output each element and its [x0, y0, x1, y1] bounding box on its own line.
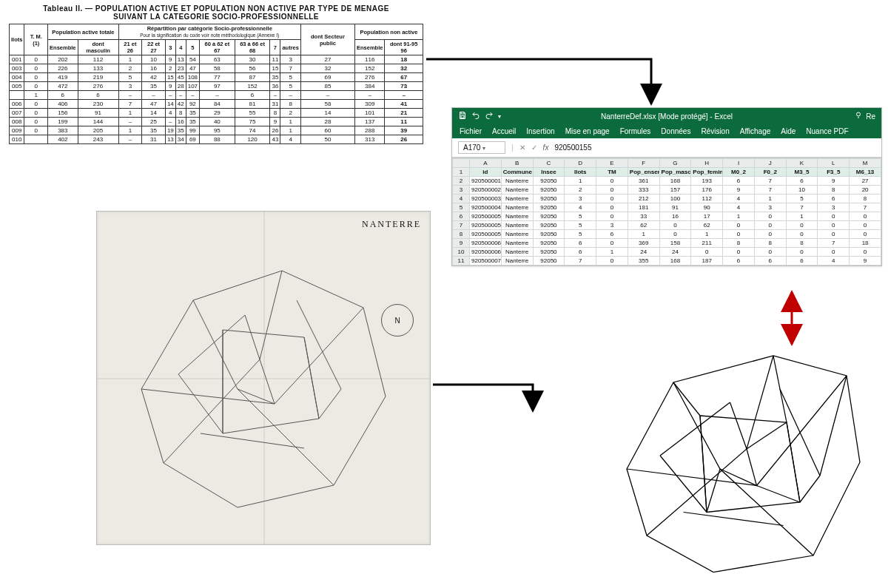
ribbon-tab[interactable]: Données: [661, 127, 690, 135]
tell-me-text[interactable]: Re: [866, 112, 875, 121]
namebox[interactable]: A170 ▾: [458, 141, 505, 154]
col-header[interactable]: F: [628, 159, 659, 168]
ribbon-tab[interactable]: Affichage: [740, 127, 771, 135]
table-row[interactable]: 5920500004Nanterre9205040181919043737: [453, 203, 881, 212]
ribbon-tab[interactable]: Aide: [781, 127, 796, 135]
vector-cadastral-map: [607, 340, 873, 584]
ribbon-tab[interactable]: Formules: [620, 127, 651, 135]
window-title: NanterreDef.xlsx [Mode protégé] - Excel: [452, 112, 881, 121]
table-row: 00701569111448352955821410121: [10, 109, 423, 118]
table-row[interactable]: 10920500006Nanterre92050612424000000: [453, 248, 881, 257]
col-header[interactable]: K: [786, 159, 818, 168]
ribbon-tab[interactable]: Mise en page: [565, 127, 610, 135]
ribbon-tab[interactable]: Accueil: [492, 127, 516, 135]
table-row[interactable]: 6920500005Nanterre920505033161710100: [453, 212, 881, 221]
col-header[interactable]: L: [818, 159, 850, 168]
table-row[interactable]: 9920500006Nanterre9205060369158211888718: [453, 239, 881, 248]
arrow-table-to-excel: [426, 59, 651, 104]
fx-icon[interactable]: fx: [543, 143, 549, 152]
ribbon-tab[interactable]: Insertion: [526, 127, 554, 135]
excel-window: ▾ NanterreDef.xlsx [Mode protégé] - Exce…: [451, 107, 882, 266]
table-row: 166––––––6–––––: [10, 91, 423, 100]
table-row[interactable]: 8920500005Nanterre920505610100000: [453, 230, 881, 239]
table-row[interactable]: 4920500003Nanterre920503021210011241568: [453, 195, 881, 203]
table-row: 0080199144–25–16354075912813711: [10, 118, 423, 126]
census-table: Ilots T. M. (1) Population active totale…: [9, 24, 423, 144]
col-header[interactable]: J: [754, 159, 786, 168]
excel-formula-bar: A170 ▾ | ✕ ✓ fx 920500155: [452, 138, 881, 158]
cancel-icon[interactable]: ✕: [519, 143, 525, 152]
svg-rect-0: [461, 112, 464, 115]
table-row: 0040419219542154510877873556927667: [10, 73, 423, 82]
ribbon-tab[interactable]: Nuance PDF: [806, 127, 848, 135]
table-row: 010402243–31133469881204345031326: [10, 135, 423, 144]
col-header[interactable]: B: [501, 159, 533, 168]
excel-ribbon: FichierAccueilInsertionMise en pageFormu…: [452, 124, 881, 138]
col-header[interactable]: A: [470, 159, 502, 168]
census-title: Tableau II. — POPULATION ACTIVE ET POPUL…: [9, 4, 423, 21]
svg-rect-1: [461, 116, 464, 118]
save-icon[interactable]: [458, 111, 467, 121]
excel-grid[interactable]: ABCDEFGHIJKLM 1idCommuneInseeIlotsTMPop_…: [452, 158, 881, 266]
table-row[interactable]: 11920500007Nanterre920507035516818766649: [453, 257, 881, 266]
map-title: NANTERRE: [362, 219, 421, 230]
table-row: 1idCommuneInseeIlotsTMPop_ensemblePop_ma…: [453, 168, 881, 177]
scanned-cadastral-map: NANTERRE N: [96, 211, 431, 545]
col-header[interactable]: G: [659, 159, 691, 168]
ribbon-tab[interactable]: Fichier: [460, 127, 482, 135]
col-header[interactable]: D: [565, 159, 596, 168]
redo-icon[interactable]: [485, 111, 494, 121]
table-row[interactable]: 7920500005Nanterre92050536206200000: [453, 221, 881, 230]
chevron-down-icon[interactable]: ▾: [498, 113, 501, 120]
table-row[interactable]: 3920500002Nanterre9205020333157176971082…: [453, 186, 881, 195]
col-header[interactable]: I: [723, 159, 755, 168]
census-document: Tableau II. — POPULATION ACTIVE ET POPUL…: [9, 4, 423, 144]
col-header[interactable]: E: [596, 159, 628, 168]
undo-icon[interactable]: [471, 111, 480, 121]
arrow-oldmap-to-vector: [433, 385, 533, 410]
col-header[interactable]: H: [691, 159, 723, 168]
col-header[interactable]: C: [533, 159, 565, 168]
table-row: 006040623074714429284813185830941: [10, 100, 423, 109]
table-row: 00102021121109135463301132711618: [10, 55, 423, 64]
check-icon[interactable]: ✓: [531, 143, 537, 152]
ribbon-tab[interactable]: Révision: [701, 127, 729, 135]
cadastral-outline: [112, 241, 408, 522]
table-row[interactable]: 2920500001Nanterre9205010361168193676927: [453, 177, 881, 186]
formula-value[interactable]: 920500155: [554, 143, 591, 152]
col-header[interactable]: M: [850, 159, 881, 168]
lightbulb-icon[interactable]: [854, 111, 863, 121]
svg-point-2: [857, 112, 861, 116]
table-row: 009038320513519359995742616028839: [10, 126, 423, 135]
excel-titlebar: ▾ NanterreDef.xlsx [Mode protégé] - Exce…: [452, 108, 881, 124]
table-row: 00302261332162234758561573215232: [10, 64, 423, 73]
table-row: 0050472276335928107971523658538473: [10, 82, 423, 91]
chevron-down-icon[interactable]: ▾: [482, 145, 485, 152]
